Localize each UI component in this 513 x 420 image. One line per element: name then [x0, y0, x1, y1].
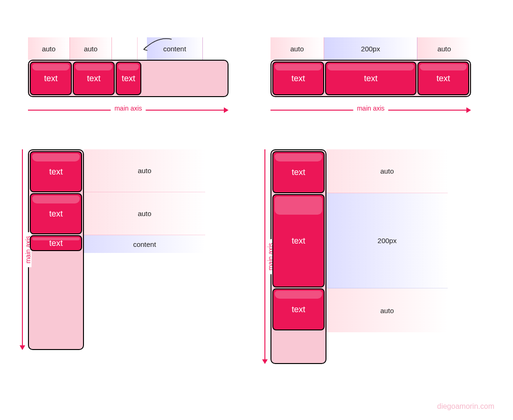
- flex-item: text: [30, 62, 72, 95]
- diagram-row-fixed: auto 200px auto text text text main axis: [270, 37, 471, 115]
- flex-item: text: [30, 235, 82, 251]
- flex-item: text: [272, 194, 325, 287]
- size-labels: auto 200px auto: [326, 149, 448, 332]
- flex-container: text text text: [270, 60, 471, 97]
- size-label: auto: [84, 149, 205, 192]
- size-label: 200px: [326, 193, 448, 288]
- size-label-gap: [112, 37, 138, 60]
- diagram-row-auto-content: auto auto content text text text main ax…: [28, 37, 229, 115]
- size-labels: auto auto content: [28, 37, 229, 60]
- flex-item: text: [30, 151, 82, 192]
- flex-item: text: [73, 62, 115, 95]
- size-label: auto: [84, 192, 205, 235]
- arrow-down-icon: [264, 149, 265, 360]
- size-label: auto: [326, 149, 448, 193]
- diagram-column-fixed: main axis text text text auto 200px auto: [270, 149, 471, 364]
- size-labels: auto auto content: [84, 149, 205, 253]
- flex-item: text: [272, 151, 325, 193]
- main-axis: main axis: [18, 149, 27, 350]
- size-label: content: [147, 37, 203, 60]
- size-label: auto: [326, 288, 448, 332]
- axis-label: main axis: [111, 105, 146, 112]
- size-label: auto: [270, 37, 324, 60]
- size-labels: auto 200px auto: [270, 37, 471, 60]
- flex-item: text: [417, 62, 469, 95]
- axis-label: main axis: [353, 105, 388, 112]
- size-label: auto: [70, 37, 112, 60]
- main-axis: main axis: [270, 105, 471, 115]
- main-axis: main axis: [260, 149, 270, 364]
- flex-item: text: [272, 62, 324, 95]
- flex-container: text text text: [28, 149, 84, 350]
- flex-item: text: [116, 62, 141, 95]
- arrow-down-icon: [22, 149, 23, 346]
- attribution: diegoamorin.com: [437, 402, 494, 411]
- size-label: 200px: [324, 37, 417, 60]
- diagram-column-auto-content: main axis text text text auto auto conte…: [28, 149, 229, 350]
- size-label: content: [84, 235, 205, 253]
- size-label: auto: [28, 37, 70, 60]
- flex-container: text text text: [28, 60, 229, 97]
- flex-item: text: [30, 193, 82, 234]
- main-axis: main axis: [28, 105, 229, 115]
- size-label: auto: [417, 37, 471, 60]
- flex-item: text: [272, 288, 325, 330]
- flex-item: text: [325, 62, 416, 95]
- flex-container: text text text: [270, 149, 326, 364]
